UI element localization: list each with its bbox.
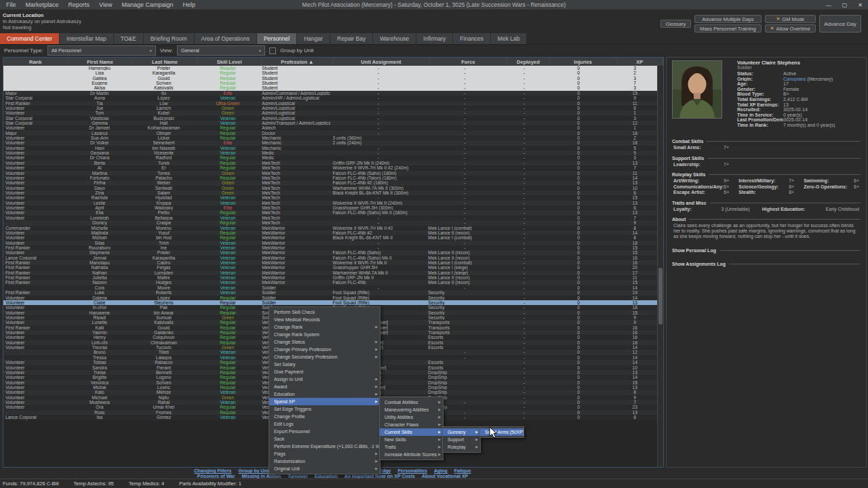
doc-link-an-important-note-on-xp-costs[interactable]: An Important Note on XP Costs (344, 474, 415, 479)
table-row[interactable]: VolunteerDr JameelKothandaramanRegularAs… (3, 125, 658, 130)
menu-item-set-salary[interactable]: Set Salary (269, 361, 380, 368)
doc-link-changing-filters[interactable]: Changing Filters (194, 468, 231, 473)
close-button[interactable]: ✕ (858, 2, 863, 8)
table-row[interactable]: VolunteerClaireStephensRegularSoldierFoo… (3, 300, 658, 305)
menu-item-perform-skill-check[interactable]: Perform Skill Check (269, 308, 380, 316)
menu-manage-campaign[interactable]: Manage Campaign (117, 1, 178, 8)
menu-marketplace[interactable]: Marketplace (21, 1, 64, 8)
column-header-injuries[interactable]: Injuries (550, 59, 617, 65)
table-row[interactable]: VolunteerMajlindaYusufRegularMekWarriorF… (3, 230, 658, 235)
column-header-last-name[interactable]: Last Name (133, 59, 197, 65)
tab-command-center[interactable]: Command Center (0, 33, 60, 44)
group-by-unit-checkbox[interactable] (269, 47, 276, 54)
doc-link-about-vocational-xp[interactable]: About Vocational XP (422, 474, 468, 479)
table-row[interactable]: VolunteerEllaPetitoRegularMekTechFalcon … (3, 210, 658, 215)
menu-item-edit-logs[interactable]: Edit Logs (269, 420, 380, 428)
menu-item-education[interactable]: Education▶ (269, 390, 380, 398)
menu-item-change-profile[interactable]: Change Profile (269, 413, 380, 420)
column-header-first-name[interactable]: First Name (68, 59, 132, 65)
menu-item-utility-abilities[interactable]: Utility Abilities▶ (380, 413, 443, 421)
table-row[interactable]: VolunteerAprilWadoskyEliteMekTechGrassho… (3, 205, 658, 210)
doc-link-fatigue[interactable]: Fatigue (454, 468, 471, 473)
gm-mode-toggle[interactable]: ✕GM Mode (765, 15, 816, 23)
table-row[interactable]: VolunteerFortunatoPatachoRegularMekTechF… (3, 176, 658, 180)
menu-item-maneuvering-abilities[interactable]: Maneuvering Abilities▶ (380, 406, 443, 413)
menu-item-give-payment[interactable]: Give Payment (269, 368, 380, 375)
column-header-unit-assignment[interactable]: Unit Assignment (333, 59, 429, 65)
table-row[interactable]: VolunteerBertaTurekRegularMekTechGriffin… (3, 161, 658, 165)
menu-item-award[interactable]: Award▶ (269, 383, 380, 390)
column-header-skill-level[interactable]: Skill Level (197, 59, 262, 65)
menu-item-change-status[interactable]: Change Status▶ (269, 338, 380, 346)
menu-item-randomization[interactable]: Randomization▶ (269, 458, 380, 465)
show-assignments-log[interactable]: Show Assignments Log (672, 262, 861, 266)
tab-interstellar-map[interactable]: Interstellar Map (60, 33, 114, 44)
table-row[interactable]: VolunteerJoeLamichGreenAdmin/Logistical-… (3, 106, 658, 110)
menu-item-gunnery[interactable]: Gunnery▶ (443, 428, 480, 436)
tab-warehouse[interactable]: Warehouse (373, 33, 416, 44)
vertical-scrollbar[interactable] (657, 66, 663, 467)
table-row[interactable]: VolunteerGalenaLópezRegularSoldierFoot S… (3, 296, 658, 300)
table-row[interactable]: VolunteerRashideHjulstadVeteranMekTech--… (3, 195, 658, 200)
table-row[interactable]: VolunteerLeslieKruppaVeteranMekTechWolve… (3, 201, 658, 205)
advance-multiple-days-button[interactable]: Advance Multiple Days (694, 15, 762, 23)
table-row[interactable]: First RankerNathanLumsdenVeteranMekWarri… (3, 270, 658, 275)
menu-item-view-medical-records[interactable]: View Medical Records (269, 316, 380, 323)
doc-link-missing-in-action[interactable]: Missing in Action (241, 474, 281, 479)
doc-link-personalities[interactable]: Personalities (397, 468, 427, 473)
menu-item-change-primary-profession[interactable]: Change Primary Profession▶ (269, 346, 380, 353)
scrollbar-thumb[interactable] (658, 268, 663, 325)
doc-link-turnover[interactable]: Turnover (288, 474, 308, 479)
table-row[interactable]: VolunteerZinaSalamGreenMekTechBlack Knig… (3, 190, 658, 195)
table-row[interactable]: VolunteerAlErRegularMekTechWolverine II … (3, 165, 658, 170)
doc-link-edge[interactable]: Edge (379, 468, 391, 473)
column-header-rank[interactable]: Rank (3, 59, 68, 65)
menu-item-set-edge-triggers[interactable]: Set Edge Triggers (269, 405, 380, 413)
table-row[interactable]: VolunteerDr VolkerSeinerkentEliteMechani… (3, 140, 658, 145)
tab-infirmary[interactable]: Infirmary (416, 33, 453, 44)
menu-reports[interactable]: Reports (64, 1, 95, 8)
table-row[interactable]: VolunteerSue-AnnLickerRegularMechanic3 u… (3, 136, 658, 140)
tab-area-of-operations[interactable]: Area of Operations (195, 33, 257, 44)
tab-briefing-room[interactable]: Briefing Room (144, 33, 195, 44)
menu-item-original-unit[interactable]: Original Unit▶ (269, 465, 380, 472)
menu-item-small-arms-50xp[interactable]: Small Arms (50XP) (480, 428, 524, 436)
glossary-button[interactable]: Glossary (660, 20, 692, 28)
table-row[interactable]: HamengkuPrielerRegularStudent---03 (3, 66, 658, 70)
column-header-xp[interactable]: XP (617, 59, 663, 65)
table-row[interactable]: VolunteerDayoSentwaliGreenMekTechWarhamm… (3, 186, 658, 190)
advance-day-button[interactable]: Advance Day (819, 15, 861, 33)
view-select[interactable]: General ▾ (177, 45, 265, 56)
maximize-button[interactable]: ▢ (842, 2, 848, 8)
table-row[interactable]: VolunteerGeovanaVicesenteVeteranMedic---… (3, 150, 658, 155)
show-personal-log[interactable]: Show Personal Log (672, 248, 861, 253)
table-row[interactable]: First RankerJuliettaMaltreVeteranMekWarr… (3, 275, 658, 280)
table-row[interactable]: VolunteerSilasTrinhVeteranMekWarrior---0… (3, 241, 658, 245)
menu-item-assign-to-unit[interactable]: Assign to Unit▶ (269, 375, 380, 383)
tab-to-e[interactable]: TO&E (114, 33, 144, 44)
menu-item-traits[interactable]: Traits▶ (380, 443, 443, 451)
column-header-force[interactable]: Force (430, 59, 508, 65)
table-row[interactable]: EugeneScrivenRegularStudent---07 (3, 81, 658, 85)
tab-mek-lab[interactable]: Mek Lab (491, 33, 528, 44)
menu-item-character-flaws[interactable]: Character Flaws▶ (380, 421, 443, 428)
menu-item-export-personnel[interactable]: Export Personnel (269, 428, 380, 435)
doc-link-prisoners-of-war[interactable]: Prisoners of War (197, 474, 235, 479)
table-row[interactable]: CommanderMichelleMorenoVeteranMekWarrior… (3, 226, 658, 230)
table-row[interactable]: LisaKaraganillaRegularStudent---02 (3, 70, 658, 75)
table-row[interactable]: VolunteerDr ChiaraRadfordRegularMedic---… (3, 155, 658, 160)
table-row[interactable]: VolunteerLoreleighBellagoaVeteranMekTech… (3, 216, 658, 220)
table-row[interactable]: Lance CorporalJennatKaraganillaVeteranMe… (3, 256, 658, 260)
minimize-button[interactable]: — (826, 2, 831, 8)
table-row[interactable]: Star CorporalVlastislavBudzynskiVeteranA… (3, 116, 658, 121)
menu-item-perform-extreme-expenditure-1-000-c-bills-1-wealth[interactable]: Perform Extreme Expenditure (+1,000 C-Bi… (269, 443, 380, 450)
table-row[interactable]: VolunteerFirthaWeberGreenMekTechFalcon F… (3, 180, 658, 185)
menu-file[interactable]: File (1, 1, 21, 8)
table-row[interactable]: First RankerNaizenHodgesVeteranMekWarrio… (3, 280, 658, 285)
tab-finances[interactable]: Finances (453, 33, 491, 44)
column-header-deployed[interactable]: Deployed (507, 59, 549, 65)
table-row[interactable]: First RankerManotapuCastroVeteranMekWarr… (3, 260, 658, 265)
allow-overtime-toggle[interactable]: ✕Allow Overtime (765, 24, 816, 33)
table-row[interactable]: CoraMooreVeteranSoldier---014 (3, 285, 658, 290)
tab-repair-bay[interactable]: Repair Bay (330, 33, 373, 44)
